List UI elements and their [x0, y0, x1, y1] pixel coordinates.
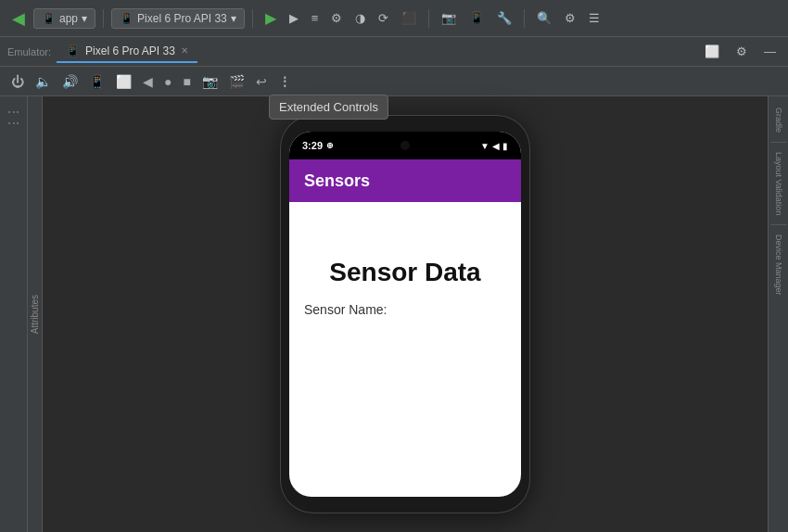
- signal-icon: ◀: [492, 141, 500, 151]
- emulator-label: Emulator:: [7, 46, 51, 57]
- toolbar-sep-2: [252, 9, 253, 28]
- camera-toolbar-btn[interactable]: 📷: [437, 8, 461, 28]
- device-dropdown-arrow: ▾: [231, 12, 236, 25]
- device-label: Pixel 6 Pro API 33: [137, 12, 227, 25]
- device-dropdown[interactable]: 📱 Pixel 6 Pro API 33 ▾: [111, 8, 245, 29]
- emulator-toolbar: ⏻ 🔈 🔊 📱 ⬜ ◀ ● ■ 📷 🎬 ↩ ⋮ Extended Control…: [0, 67, 788, 96]
- settings-tab-btn[interactable]: ⚙: [731, 42, 752, 61]
- device-manager-toolbar-btn[interactable]: 🔧: [492, 8, 516, 28]
- back-btn[interactable]: ◀: [139, 72, 157, 91]
- sidebar-menu-icon[interactable]: ⋮⋮: [5, 104, 23, 132]
- toolbar-sep-3: [428, 9, 429, 28]
- back-nav-btn[interactable]: ◀: [7, 6, 30, 32]
- device-icon: 📱: [120, 12, 133, 25]
- resize-btn[interactable]: ⬜: [112, 72, 135, 91]
- canvas-area: 3:29 ⊕ ▼ ◀ ▮ Sensors Sensor Data: [43, 96, 768, 532]
- tab-close-btn[interactable]: ✕: [181, 45, 188, 56]
- sensor-data-heading: Sensor Data: [329, 258, 480, 287]
- tab-bar-right: ⬜ ⚙ —: [700, 42, 781, 61]
- right-sidebar-sep-2: [770, 224, 787, 225]
- wifi-icon: ▼: [480, 141, 489, 151]
- phone-content: Sensor Data Sensor Name:: [289, 202, 521, 336]
- phone-screen: 3:29 ⊕ ▼ ◀ ▮ Sensors Sensor Data: [289, 132, 521, 497]
- undo-btn[interactable]: ↩: [252, 72, 271, 91]
- vol-down-btn[interactable]: 🔈: [32, 72, 55, 91]
- build-sync-btn[interactable]: ≡: [307, 8, 324, 28]
- layout-validation-panel-label[interactable]: Layout Validation: [772, 148, 785, 219]
- sync-btn[interactable]: ⚙: [326, 8, 347, 28]
- more-btn[interactable]: ⋮: [274, 72, 295, 91]
- app-bar-title: Sensors: [304, 171, 370, 191]
- window-expand-btn[interactable]: ⬜: [700, 42, 724, 61]
- screenrecord-btn[interactable]: 🎬: [225, 72, 248, 91]
- device-manager-panel-label[interactable]: Device Manager: [772, 231, 785, 299]
- toolbar-sep-1: [103, 9, 104, 28]
- ide-toolbar: ◀ 📱 app ▾ 📱 Pixel 6 Pro API 33 ▾ ▶ ▶ ≡ ⚙…: [0, 0, 788, 37]
- attributes-panel[interactable]: Attributes: [28, 96, 43, 532]
- right-sidebar-sep-1: [770, 142, 787, 143]
- home-btn[interactable]: ●: [160, 72, 175, 91]
- front-camera: [400, 141, 410, 150]
- left-sidebar: ⋮⋮: [0, 96, 28, 532]
- settings-dot-icon: ⊕: [326, 141, 334, 150]
- screenshot-btn[interactable]: 📷: [198, 72, 222, 91]
- video-toolbar-btn[interactable]: 📱: [464, 8, 489, 28]
- settings-toolbar-btn[interactable]: ⚙: [560, 8, 580, 28]
- debug-btn[interactable]: ▶: [285, 8, 303, 28]
- app-dropdown-arrow: ▾: [82, 12, 87, 25]
- status-time: 3:29 ⊕: [302, 140, 334, 151]
- reload-btn[interactable]: ⟳: [374, 8, 393, 28]
- power-btn[interactable]: ⏻: [7, 72, 28, 91]
- main-area: ⋮⋮ Attributes 3:29 ⊕ ▼ ◀ ▮: [0, 96, 788, 532]
- app-label: app: [59, 12, 78, 25]
- gradle-panel-label[interactable]: Gradle: [772, 104, 785, 136]
- search-toolbar-btn[interactable]: 🔍: [532, 8, 556, 28]
- app-icon: 📱: [42, 12, 56, 25]
- battery-icon: ▮: [502, 141, 508, 151]
- emulator-tab[interactable]: 📱 Pixel 6 Pro API 33 ✕: [57, 41, 197, 63]
- tab-bar: Emulator: 📱 Pixel 6 Pro API 33 ✕ ⬜ ⚙ —: [0, 37, 788, 67]
- app-bar: Sensors: [289, 159, 521, 202]
- sensor-name-field: Sensor Name:: [304, 302, 387, 317]
- run-btn[interactable]: ▶: [261, 6, 281, 30]
- app-dropdown[interactable]: 📱 app ▾: [33, 8, 95, 29]
- rotate-btn[interactable]: 📱: [85, 72, 108, 91]
- vol-up-btn[interactable]: 🔊: [58, 72, 82, 91]
- menu-toolbar-btn[interactable]: ☰: [584, 8, 604, 28]
- minimize-tab-btn[interactable]: —: [759, 42, 781, 61]
- tab-device-label: Pixel 6 Pro API 33: [85, 44, 175, 57]
- status-icons: ▼ ◀ ▮: [480, 141, 508, 151]
- attributes-label: Attributes: [30, 295, 40, 334]
- right-sidebar: Gradle Layout Validation Device Manager: [768, 96, 788, 532]
- recents-btn[interactable]: ■: [179, 72, 194, 91]
- stop-btn[interactable]: ⬛: [397, 8, 421, 28]
- phone-status-bar: 3:29 ⊕ ▼ ◀ ▮: [289, 132, 521, 159]
- phone-frame: 3:29 ⊕ ▼ ◀ ▮ Sensors Sensor Data: [280, 115, 530, 513]
- tab-device-icon: 📱: [66, 44, 80, 57]
- profile-btn[interactable]: ◑: [350, 8, 370, 28]
- toolbar-sep-4: [524, 9, 525, 28]
